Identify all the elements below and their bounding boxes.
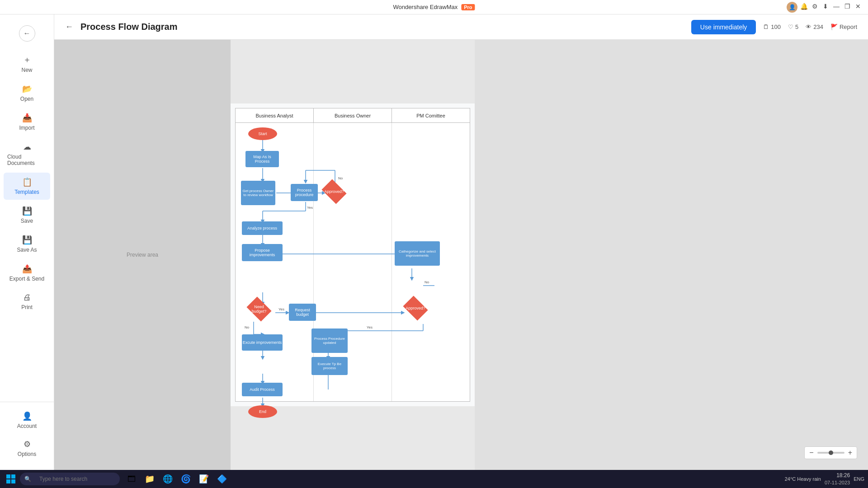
taskbar-app-edge[interactable]: 🌐 [160,471,176,487]
need-budget-diamond: Need budget? [245,299,273,319]
avatar[interactable]: 👤 [787,2,797,13]
view-icon: 👁 [806,23,811,30]
approved-diamond-2: Approved? [402,298,429,318]
diagram-canvas: Business Analyst Business Owner PM Comit… [231,103,475,406]
settings-icon[interactable]: ⚙ [810,2,819,11]
report-label: Report [840,23,857,30]
analyze-process-shape: Analyze process [242,221,283,235]
date: 07-11-2023 [825,479,850,486]
svg-rect-32 [6,474,10,479]
clock: 18:26 07-11-2023 [825,472,850,486]
sidebar-label-import: Import [19,125,34,131]
maximize-button[interactable]: ❐ [843,2,852,11]
process-procedure-updated-shape: Process Procedure updated [311,328,348,353]
sidebar-item-print[interactable]: 🖨 Print [4,288,50,315]
diagram-container[interactable]: Preview area Business Analyst Business O… [54,40,868,470]
weather-info: 24°C Heavy rain [785,476,821,482]
col-business-analyst: Business Analyst [236,108,314,122]
swimlane: Business Analyst Business Owner PM Comit… [235,108,470,402]
content-area: ← Process Flow Diagram Use immediately 🗒… [54,14,868,470]
taskbar-right: 24°C Heavy rain 18:26 07-11-2023 ENG [785,472,864,486]
col-business-owner: Business Owner [314,108,392,122]
sidebar-label-cloud: Cloud Documents [7,154,47,166]
page-title: Process Flow Diagram [80,22,684,32]
sidebar-item-open[interactable]: 📂 Open [4,80,50,107]
pro-badge: Pro [461,4,475,10]
use-immediately-button[interactable]: Use immediately [691,20,756,34]
copy-stat: 🗒 100 [763,23,781,30]
approved-diamond-1: Approved? [321,182,348,202]
sidebar-item-saveas[interactable]: 💾 Save As [4,230,50,258]
minimize-button[interactable]: — [832,2,841,11]
copy-count: 100 [771,23,781,30]
report-icon: 🚩 [830,23,838,30]
print-icon: 🖨 [23,293,31,302]
new-icon: ＋ [23,54,31,65]
sidebar-label-export: Export & Send [9,276,44,282]
sidebar-label-options: Options [18,451,36,457]
page-header: ← Process Flow Diagram Use immediately 🗒… [54,14,868,40]
map-as-is-shape: Map As Is Process [245,151,279,167]
sidebar-label-saveas: Save As [17,247,37,253]
options-icon: ⚙ [24,439,31,449]
sidebar-item-save[interactable]: 💾 Save [4,202,50,229]
taskbar: 🔍 🗔 📁 🌐 🌀 📝 🔷 24°C Heavy rain 18:26 07-1… [0,470,868,488]
like-stat[interactable]: ♡ 5 [788,23,798,30]
zoom-out-button[interactable]: − [809,449,813,457]
sidebar-label-new: New [21,67,32,73]
saveas-icon: 💾 [22,235,32,245]
sidebar-label-account: Account [17,423,37,429]
execute-tp-shape: Execute Tp Be process [311,357,348,375]
end-shape: End [248,405,277,418]
taskbar-app-word[interactable]: 📝 [196,471,212,487]
sidebar-item-options[interactable]: ⚙ Options [4,435,50,462]
audit-process-shape: Audit Process [242,383,283,396]
sidebar-item-account[interactable]: 👤 Account [4,407,50,434]
open-icon: 📂 [22,84,32,94]
cloud-icon: ☁ [23,142,31,152]
svg-rect-34 [6,479,10,483]
taskbar-app-files[interactable]: 📁 [142,471,158,487]
sidebar: ← ＋ New 📂 Open 📥 Import ☁ Cloud Document… [0,14,54,470]
start-shape: Start [248,127,277,140]
process-procedure-shape: Process procedure [291,184,318,201]
taskbar-app-taskview[interactable]: 🗔 [123,471,140,487]
sidebar-item-cloud[interactable]: ☁ Cloud Documents [4,137,50,171]
download-icon[interactable]: ⬇ [821,2,830,11]
sidebar-bottom: 👤 Account ⚙ Options [0,402,54,466]
page-back-button[interactable]: ← [65,22,73,32]
back-button[interactable]: ← [19,25,35,42]
templates-icon: 📋 [22,177,32,187]
sidebar-item-new[interactable]: ＋ New [4,50,50,78]
close-button[interactable]: ✕ [854,2,863,11]
sidebar-label-print: Print [21,304,33,310]
sidebar-label-open: Open [20,96,33,102]
svg-rect-35 [11,479,15,483]
propose-improvements-shape: Propose improvements [242,244,283,261]
taskbar-search-input[interactable] [34,473,115,485]
report-button[interactable]: 🚩 Report [830,23,857,30]
taskbar-apps: 🗔 📁 🌐 🌀 📝 🔷 [123,471,230,487]
zoom-in-button[interactable]: + [848,449,852,457]
notifications-icon[interactable]: 🔔 [799,2,808,11]
app-title: Wondershare EdrawMax [393,4,458,10]
zoom-slider[interactable] [817,452,844,454]
execute-improvements-shape: Excute improvements [242,334,283,351]
start-button[interactable] [4,472,18,486]
title-bar: Wondershare EdrawMax Pro 👤 🔔 ⚙ ⬇ — ❐ ✕ [0,0,868,14]
time: 18:26 [836,472,850,479]
save-icon: 💾 [22,206,32,216]
account-icon: 👤 [22,411,32,421]
like-count: 5 [795,23,798,30]
categorize-shape: Cathegorize and select improvements [395,241,440,266]
export-icon: 📤 [22,264,32,274]
sidebar-item-export[interactable]: 📤 Export & Send [4,259,50,286]
sidebar-item-import[interactable]: 📥 Import [4,108,50,136]
swimlane-body: No Yes [236,123,470,401]
request-budget-shape: Request budget [289,304,316,321]
taskbar-app-edraw[interactable]: 🔷 [214,471,230,487]
taskbar-app-chrome[interactable]: 🌀 [178,471,194,487]
copy-icon: 🗒 [763,23,769,30]
sidebar-item-templates[interactable]: 📋 Templates [4,173,50,200]
sidebar-label-save: Save [21,218,33,224]
